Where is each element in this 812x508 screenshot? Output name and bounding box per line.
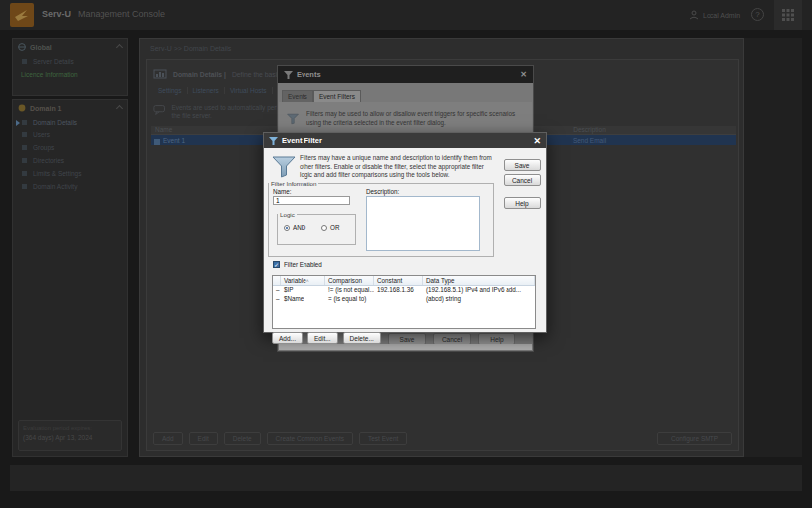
delete-button[interactable]: Delete... xyxy=(343,332,381,344)
comparisons-table-header: Variable˄ Comparison Constant Data Type xyxy=(273,276,535,286)
sidebar-item-groups[interactable]: Groups xyxy=(13,141,127,154)
save-button[interactable]: Save xyxy=(504,159,541,171)
checkbox-icon: ✓ xyxy=(273,261,280,268)
add-button[interactable]: Add... xyxy=(272,332,303,344)
licence-line1: Evaluation period expires: xyxy=(23,425,117,431)
chevron-up-icon xyxy=(116,43,123,50)
edit-button[interactable]: Edit... xyxy=(307,332,338,344)
logic-fieldset: Logic AND OR xyxy=(277,211,356,245)
app-switcher-button[interactable] xyxy=(774,0,802,30)
content-right-strip xyxy=(744,38,802,457)
marker-gutter xyxy=(273,276,281,285)
globe-icon xyxy=(18,43,26,51)
comparison-actions: Add... Edit... Delete... xyxy=(272,332,381,344)
table-row[interactable]: – $Name = (is equal to) (abcd) string xyxy=(273,295,535,304)
comparison-cell: != (is not equal... xyxy=(325,286,374,295)
sidebar-item-limits-settings[interactable]: Limits & Settings xyxy=(13,167,127,180)
sidebar-group-domain[interactable]: Domain 1 xyxy=(13,100,127,116)
column-constant[interactable]: Constant xyxy=(374,276,423,285)
sidebar-item-server-details[interactable]: Server Details xyxy=(13,55,127,68)
user-icon xyxy=(689,10,699,20)
cancel-button[interactable]: Cancel xyxy=(504,174,541,186)
event-filter-titlebar[interactable]: Event Filter ✕ xyxy=(264,133,546,148)
data-type-cell: (abcd) string xyxy=(423,295,535,304)
tab-virtual-hosts[interactable]: Virtual Hosts xyxy=(225,87,273,94)
speech-bubble-icon xyxy=(153,104,165,116)
sidebar-item-label: Directories xyxy=(33,157,64,164)
sidebar-item-users[interactable]: Users xyxy=(13,128,127,141)
filter-enabled-checkbox[interactable]: ✓ Filter Enabled xyxy=(273,261,322,268)
chevron-up-icon xyxy=(116,104,123,111)
delete-button[interactable]: Delete xyxy=(224,432,261,445)
name-input[interactable] xyxy=(273,196,350,205)
help-button[interactable]: Help xyxy=(504,197,541,209)
close-icon[interactable]: ✕ xyxy=(533,136,541,146)
or-label: OR xyxy=(330,224,339,231)
tab-listeners[interactable]: Listeners xyxy=(188,87,225,94)
row-marker: – xyxy=(273,286,281,295)
domain-icon xyxy=(18,104,26,112)
logic-legend: Logic xyxy=(278,211,297,218)
configure-smtp-button[interactable]: Configure SMTP xyxy=(657,432,732,445)
event-icon xyxy=(154,139,160,145)
user-menu[interactable]: Local Admin xyxy=(689,7,740,23)
and-radio[interactable]: AND xyxy=(284,224,305,231)
sidebar-global-panel: Global Server Details Licence Informatio… xyxy=(12,38,128,96)
event-filters-info-text: Filters may be used to allow or disallow… xyxy=(306,110,517,127)
help-icon[interactable]: ? xyxy=(751,8,764,21)
sidebar-group-global-label: Global xyxy=(30,44,52,51)
tab-settings[interactable]: Settings xyxy=(153,87,188,94)
item-icon xyxy=(22,59,27,64)
edit-button[interactable]: Edit xyxy=(189,432,218,445)
add-button[interactable]: Add xyxy=(153,432,183,445)
events-dialog-titlebar: Events ✕ xyxy=(278,66,533,83)
app-brand: Serv-U xyxy=(42,9,71,19)
funnel-icon xyxy=(287,110,299,127)
sidebar-item-label: Users xyxy=(33,131,50,138)
column-variable[interactable]: Variable˄ xyxy=(281,276,325,285)
item-icon xyxy=(22,132,27,137)
sidebar-item-domain-details[interactable]: Domain Details xyxy=(13,116,127,128)
top-bar: Serv-U Management Console Local Admin ? xyxy=(0,0,812,30)
event-filters-info: Filters may be used to allow or disallow… xyxy=(287,110,517,127)
create-common-events-button[interactable]: Create Common Events xyxy=(267,432,353,445)
filter-information-legend: Filter Information xyxy=(269,180,318,187)
filter-icon xyxy=(269,137,278,145)
sidebar-item-label: Domain Details xyxy=(33,119,77,126)
sidebar-item-label: Server Details xyxy=(33,58,74,65)
events-icon xyxy=(284,71,293,79)
item-icon xyxy=(22,120,27,125)
sidebar-item-directories[interactable]: Directories xyxy=(13,154,127,167)
row-marker: – xyxy=(273,295,281,304)
table-row[interactable]: – $IP != (is not equal... 192.168.1.36 (… xyxy=(273,286,535,295)
sidebar-item-domain-activity[interactable]: Domain Activity xyxy=(13,180,127,193)
domain-details-icon xyxy=(153,68,167,80)
constant-cell xyxy=(374,295,423,304)
description-label: Description: xyxy=(366,188,399,195)
and-label: AND xyxy=(293,224,305,231)
filter-enabled-label: Filter Enabled xyxy=(284,261,322,268)
events-action-bar: Add Edit Delete Create Common Events Tes… xyxy=(153,432,407,445)
footer-bar xyxy=(10,465,802,491)
description-textarea[interactable] xyxy=(366,196,480,251)
sidebar-group-domain-label: Domain 1 xyxy=(30,105,62,112)
sidebar-group-global[interactable]: Global xyxy=(13,39,127,55)
funnel-icon xyxy=(272,156,296,178)
events-dialog-title: Events xyxy=(297,70,321,79)
sidebar-item-licence[interactable]: Licence Information xyxy=(13,68,127,81)
or-radio[interactable]: OR xyxy=(321,224,339,231)
filter-information-fieldset: Filter Information Name: Description: Lo… xyxy=(268,180,494,257)
item-icon xyxy=(22,184,27,189)
close-icon[interactable]: ✕ xyxy=(520,70,527,79)
radio-icon xyxy=(321,225,327,231)
event-filter-body: Filters may have a unique name and descr… xyxy=(264,148,546,334)
constant-cell: 192.168.1.36 xyxy=(374,286,423,295)
event-name: Event 1 xyxy=(163,137,185,144)
column-comparison[interactable]: Comparison xyxy=(325,276,374,285)
column-data-type[interactable]: Data Type xyxy=(423,276,535,285)
sidebar-item-label: Groups xyxy=(33,144,54,151)
variable-cell: $Name xyxy=(281,295,325,304)
event-filter-dialog: Event Filter ✕ Filters may have a unique… xyxy=(263,132,547,333)
breadcrumb: Serv-U >> Domain Details xyxy=(150,45,231,52)
test-event-button[interactable]: Test Event xyxy=(359,432,407,445)
